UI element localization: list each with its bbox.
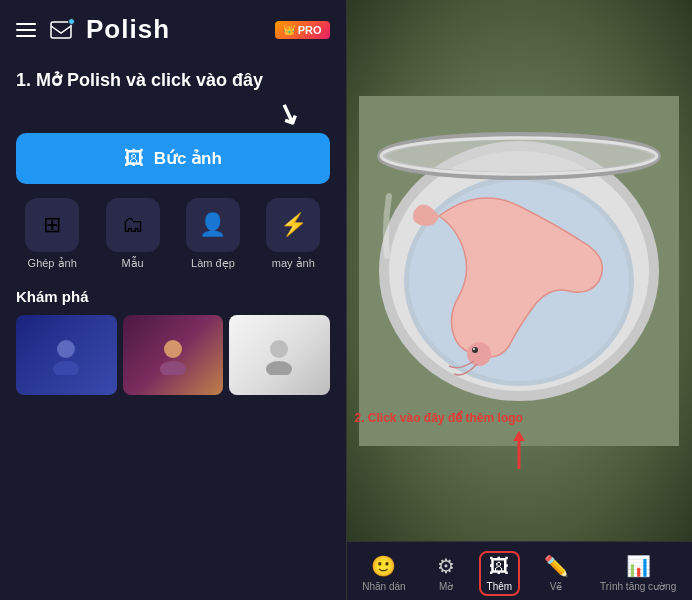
right-panel: 2. Click vào đây để thêm logo 🙂 Nhãn dán… bbox=[347, 0, 693, 600]
pro-label: PRO bbox=[298, 24, 322, 36]
svg-point-16 bbox=[473, 348, 475, 350]
notification-dot bbox=[68, 18, 75, 25]
combine-label: Ghép ảnh bbox=[28, 257, 77, 270]
template-label: Mẫu bbox=[121, 257, 143, 270]
combine-icon: ⊞ bbox=[25, 198, 79, 252]
explore-item-1[interactable] bbox=[16, 315, 117, 395]
inbox-button[interactable] bbox=[50, 21, 72, 39]
pro-badge[interactable]: 👑 PRO bbox=[275, 21, 330, 39]
svg-point-3 bbox=[164, 340, 182, 358]
tool-beautify[interactable]: 👤 Làm đẹp bbox=[177, 198, 249, 270]
toolbar-blur[interactable]: ⚙ Mờ bbox=[429, 550, 463, 596]
arrow-icon: ↘ bbox=[272, 95, 305, 134]
svg-point-5 bbox=[270, 340, 288, 358]
tool-template[interactable]: 🗂 Mẫu bbox=[96, 198, 168, 270]
draw-icon: ✏️ bbox=[544, 554, 569, 578]
enhance-icon: 📊 bbox=[626, 554, 651, 578]
beautify-label: Làm đẹp bbox=[191, 257, 235, 270]
svg-point-1 bbox=[57, 340, 75, 358]
photo-area: 2. Click vào đây để thêm logo bbox=[347, 0, 693, 541]
explore-title: Khám phá bbox=[16, 288, 330, 305]
app-header: Polish 👑 PRO bbox=[0, 0, 346, 59]
toolbar-draw[interactable]: ✏️ Vẽ bbox=[536, 550, 577, 596]
photo-button-label: Bức ảnh bbox=[154, 148, 222, 169]
step-instruction: 1. Mở Polish và click vào đây bbox=[16, 69, 330, 92]
beautify-icon: 👤 bbox=[186, 198, 240, 252]
tool-combine[interactable]: ⊞ Ghép ảnh bbox=[16, 198, 88, 270]
svg-point-15 bbox=[472, 347, 478, 353]
bottom-toolbar: 🙂 Nhãn dán ⚙ Mờ 🖼 Thêm ✏️ Vẽ 📊 Trình tăn… bbox=[347, 541, 693, 600]
add-label: Thêm bbox=[487, 581, 513, 592]
svg-point-4 bbox=[160, 361, 186, 375]
tool-camera[interactable]: ⚡ may ảnh bbox=[257, 198, 329, 270]
crown-icon: 👑 bbox=[283, 24, 295, 35]
sticker-label: Nhãn dán bbox=[362, 581, 405, 592]
svg-point-2 bbox=[53, 361, 79, 375]
toolbar-enhance[interactable]: 📊 Trình tăng cường bbox=[592, 550, 684, 596]
arrow-container: ↘ bbox=[16, 98, 330, 131]
left-panel: Polish 👑 PRO 1. Mở Polish và click vào đ… bbox=[0, 0, 346, 600]
explore-item-2[interactable] bbox=[123, 315, 224, 395]
explore-grid bbox=[16, 315, 330, 395]
photo-button-icon: 🖼 bbox=[124, 147, 144, 170]
photo-button[interactable]: 🖼 Bức ảnh bbox=[16, 133, 330, 184]
sticker-icon: 🙂 bbox=[371, 554, 396, 578]
template-icon: 🗂 bbox=[106, 198, 160, 252]
toolbar-add[interactable]: 🖼 Thêm bbox=[479, 551, 521, 596]
app-title: Polish bbox=[86, 14, 265, 45]
add-icon: 🖼 bbox=[489, 555, 509, 578]
toolbar-sticker[interactable]: 🙂 Nhãn dán bbox=[354, 550, 413, 596]
blur-icon: ⚙ bbox=[437, 554, 455, 578]
fish-photo: 2. Click vào đây để thêm logo bbox=[347, 0, 693, 541]
explore-item-3[interactable] bbox=[229, 315, 330, 395]
draw-label: Vẽ bbox=[550, 581, 563, 592]
camera-label: may ảnh bbox=[272, 257, 315, 270]
red-arrow-up-icon bbox=[509, 431, 529, 471]
right-instruction-text: 2. Click vào đây để thêm logo bbox=[355, 410, 685, 427]
right-instruction-area: 2. Click vào đây để thêm logo bbox=[355, 410, 685, 471]
menu-button[interactable] bbox=[16, 23, 36, 37]
camera-icon: ⚡ bbox=[266, 198, 320, 252]
tools-grid: ⊞ Ghép ảnh 🗂 Mẫu 👤 Làm đẹp ⚡ may ảnh bbox=[16, 198, 330, 270]
blur-label: Mờ bbox=[439, 581, 453, 592]
main-content: 1. Mở Polish và click vào đây ↘ 🖼 Bức ản… bbox=[0, 59, 346, 600]
red-arrow-container bbox=[355, 431, 685, 471]
svg-marker-19 bbox=[513, 431, 525, 441]
enhance-label: Trình tăng cường bbox=[600, 581, 676, 592]
svg-point-6 bbox=[266, 361, 292, 375]
